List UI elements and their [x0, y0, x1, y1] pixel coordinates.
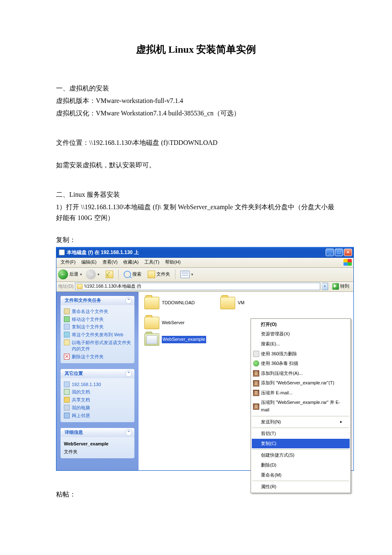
back-button[interactable]: ← 后退 ▾ — [58, 269, 82, 279]
vm-version-label: 虚拟机版本： — [56, 97, 96, 104]
menu-help[interactable]: 帮助(H) — [163, 258, 183, 267]
place-shared-label: 共享文档 — [72, 397, 90, 403]
menu-file[interactable]: 文件(F) — [58, 258, 78, 267]
ctx-sendto[interactable]: 发送到(N)▸ — [252, 417, 350, 427]
menu-favorites[interactable]: 收藏(A) — [121, 258, 141, 267]
collapse-icon-2[interactable]: ⌃ — [125, 370, 132, 377]
collapse-icon-3[interactable]: ⌃ — [125, 429, 132, 436]
detail-type: 文件夹 — [64, 448, 131, 456]
file-location-line: 文件位置：\\192.168.1.130\本地磁盘 (f)\TDDOWNLOAD — [56, 137, 336, 148]
window-title: 本地磁盘 (f) 在 192.168.1.130 上 — [67, 249, 326, 257]
task-email-label: 以电子邮件形式发送该文件夹内的文件 — [72, 340, 131, 352]
ctx-copy[interactable]: 复制(C) — [252, 439, 350, 449]
go-button[interactable]: 转到 — [330, 282, 352, 291]
task-email[interactable]: 以电子邮件形式发送该文件夹内的文件 — [64, 339, 131, 353]
shared-icon — [64, 397, 70, 403]
submenu-arrow-icon: ▸ — [340, 418, 342, 425]
panel-tasks: 文件和文件夹任务 ⌃ 重命名这个文件夹 移动这个文件夹 复制这个文件夹 将这个文… — [61, 296, 134, 363]
up-button[interactable] — [103, 269, 116, 280]
context-menu: 打开(O) 资源管理器(X) 搜索(E)... 使用 360强力删除 使用 36… — [251, 318, 351, 493]
panel-places: 其它位置 ⌃ 192.168.1.130 我的文档 共享文档 我的电脑 网上邻居 — [61, 369, 134, 422]
explorer-window: 本地磁盘 (f) 在 192.168.1.130 上 _ □ × 文件(F) 编… — [56, 247, 354, 471]
toolbar: ← 后退 ▾ → ▾ 搜索 文件夹 ▾ — [56, 268, 353, 282]
close-button[interactable]: × — [344, 249, 352, 256]
rar-icon — [253, 403, 259, 410]
mypc-icon — [64, 405, 70, 411]
toolbar-separator-2 — [175, 269, 175, 279]
minimize-button[interactable]: _ — [326, 249, 334, 256]
ctx-scan[interactable]: 使用 360杀毒 扫描 — [252, 359, 350, 369]
ctx-shortcut[interactable]: 创建快捷方式(S) — [252, 450, 350, 460]
go-icon — [332, 283, 339, 290]
task-rename[interactable]: 重命名这个文件夹 — [64, 308, 131, 315]
ctx-cut[interactable]: 剪切(T) — [252, 429, 350, 439]
task-delete[interactable]: 删除这个文件夹 — [64, 353, 131, 361]
panel-tasks-title: 文件和文件夹任务 — [65, 297, 101, 304]
ctx-open[interactable]: 打开(O) — [252, 320, 350, 330]
ctx-separator — [252, 416, 349, 416]
task-publish-label: 将这个文件夹发布到 Web — [72, 332, 123, 338]
place-mydocs[interactable]: 我的文档 — [64, 388, 131, 396]
content-area[interactable]: TDDOWNLOAD VM WebServer WebServer_exampl… — [139, 292, 353, 470]
vm-version-line: 虚拟机版本：VMware-workstation-full-v7.1.4 — [56, 95, 336, 106]
folder-webserver-example[interactable]: WebServer_example — [144, 333, 213, 346]
addressbar: 地址(D) \\192.168.1.130\本地磁盘 (f) ▾ 转到 — [56, 282, 353, 292]
collapse-icon[interactable]: ⌃ — [125, 297, 132, 304]
views-dropdown-icon: ▾ — [191, 271, 193, 277]
address-input[interactable]: \\192.168.1.130\本地磁盘 (f) — [75, 283, 320, 290]
folder-icon — [220, 297, 235, 309]
ctx-zip-email[interactable]: 压缩并 E-mail... — [252, 388, 350, 398]
ctx-properties[interactable]: 属性(R) — [252, 482, 350, 492]
ctx-add-archive[interactable]: 添加到压缩文件(A)... — [252, 369, 350, 379]
folder-icon — [144, 297, 159, 309]
windows-logo-icon — [343, 259, 352, 266]
ctx-add-rar-label: 添加到 "WebServer_example.rar"(T) — [261, 379, 334, 387]
folder-icon — [144, 317, 159, 329]
ctx-add-rar[interactable]: 添加到 "WebServer_example.rar"(T) — [252, 378, 350, 388]
vm-version-value: VMware-workstation-full-v7.1.4 — [96, 97, 183, 104]
ctx-search[interactable]: 搜索(E)... — [252, 339, 350, 349]
folder-label: TDDOWNLOAD — [162, 299, 195, 307]
file-location-label: 文件位置： — [56, 139, 89, 146]
views-icon — [180, 271, 190, 278]
menu-edit[interactable]: 编辑(E) — [79, 258, 99, 267]
maximize-button[interactable]: □ — [335, 249, 343, 256]
shred-icon — [253, 351, 259, 357]
titlebar[interactable]: 本地磁盘 (f) 在 192.168.1.130 上 _ □ × — [56, 247, 353, 258]
ctx-delete[interactable]: 删除(D) — [252, 460, 350, 470]
copy-icon — [64, 324, 70, 330]
ctx-shred[interactable]: 使用 360强力删除 — [252, 349, 350, 359]
folder-label: VM — [238, 299, 245, 307]
forward-button[interactable]: → ▾ — [83, 268, 102, 281]
task-move[interactable]: 移动这个文件夹 — [64, 315, 131, 323]
back-label: 后退 — [69, 271, 78, 278]
back-dropdown-icon: ▾ — [80, 271, 82, 277]
place-mypc-label: 我的电脑 — [72, 405, 90, 411]
address-dropdown[interactable]: ▾ — [322, 283, 328, 290]
folder-tddownload[interactable]: TDDOWNLOAD — [144, 297, 213, 309]
ctx-rename[interactable]: 重命名(M) — [252, 470, 350, 480]
address-label: 地址(D) — [58, 283, 73, 290]
task-copy-label: 复制这个文件夹 — [72, 324, 104, 330]
ctx-sendto-label: 发送到(N) — [261, 418, 281, 426]
ctx-explorer[interactable]: 资源管理器(X) — [252, 329, 350, 339]
folders-button[interactable]: 文件夹 — [145, 269, 173, 280]
ctx-zip-rar-email[interactable]: 压缩到 "WebServer_example.rar" 并 E-mail — [252, 398, 350, 415]
mail-icon — [64, 340, 70, 345]
menu-view[interactable]: 查看(V) — [100, 258, 120, 267]
sidebar: 文件和文件夹任务 ⌃ 重命名这个文件夹 移动这个文件夹 复制这个文件夹 将这个文… — [56, 292, 139, 470]
menu-tools[interactable]: 工具(T) — [142, 258, 162, 267]
task-copy[interactable]: 复制这个文件夹 — [64, 323, 131, 331]
place-nethood[interactable]: 网上邻居 — [64, 412, 131, 420]
task-publish[interactable]: 将这个文件夹发布到 Web — [64, 331, 131, 339]
search-button[interactable]: 搜索 — [121, 269, 144, 280]
place-mypc[interactable]: 我的电脑 — [64, 404, 131, 412]
views-button[interactable]: ▾ — [178, 269, 196, 280]
ctx-separator — [252, 449, 349, 450]
task-move-label: 移动这个文件夹 — [72, 316, 104, 323]
folder-open-icon — [144, 333, 159, 346]
place-shared[interactable]: 共享文档 — [64, 396, 131, 404]
folder-vm[interactable]: VM — [220, 297, 289, 309]
folder-webserver[interactable]: WebServer — [144, 317, 213, 329]
place-host[interactable]: 192.168.1.130 — [64, 381, 131, 389]
